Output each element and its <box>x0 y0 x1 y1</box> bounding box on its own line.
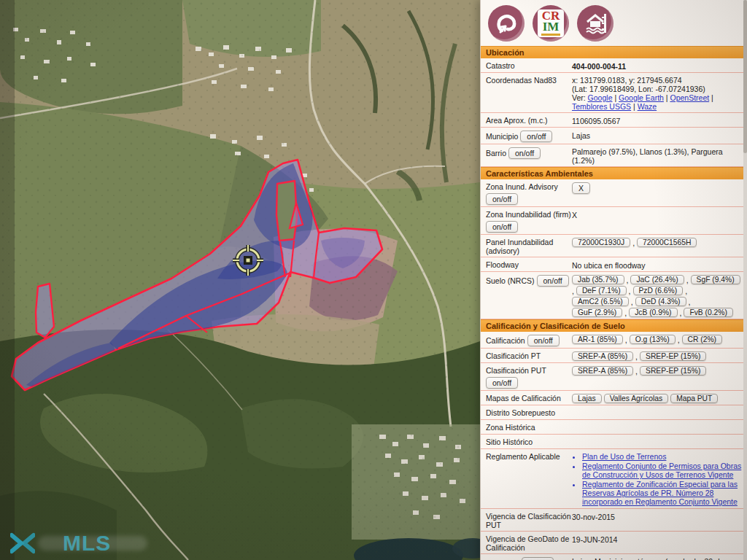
suelo-label: Suelo (NRCS) <box>486 276 535 285</box>
zona-firm-toggle-button[interactable]: on/off <box>486 221 518 233</box>
flood-zone-logo-icon[interactable] <box>577 5 614 42</box>
flood-panel-button[interactable]: 72000C1930J <box>572 238 630 247</box>
zona-advisory-label: Zona Inund. Advisory <box>486 182 558 191</box>
clasificacion-put-button[interactable]: SREP-EP (15%) <box>640 366 706 376</box>
row-barrio: Barrio on/off Palmarejo (97.5%), Llanos … <box>481 144 747 167</box>
zona-firm-label: Zona Inundabilidad (firm) <box>486 210 571 219</box>
calificacion-label: Calificación <box>486 336 525 345</box>
zona-advisory-x-button[interactable]: X <box>572 182 590 194</box>
soil-code-button[interactable]: AmC2 (6.5%) <box>572 297 629 306</box>
status-pt-toggle-button[interactable]: on/off <box>522 557 554 560</box>
area-label: Area Aprox. (m.c.) <box>486 114 572 125</box>
floodway-label: Floodway <box>486 259 572 269</box>
soil-code-button[interactable]: FvB (0.2%) <box>684 308 733 317</box>
mls-logo-icon <box>10 532 35 554</box>
info-panel: CR IM Ubicación Catastro 404-000 <box>480 0 747 560</box>
flood-panel-button[interactable]: 72000C1565H <box>637 238 697 247</box>
crim-logo-icon[interactable]: CR IM <box>533 5 569 42</box>
map-canvas[interactable]: MLS <box>0 0 480 560</box>
watermark-blur-text <box>38 536 147 551</box>
municipio-value: Lajas <box>572 129 743 140</box>
clasificacion-pt-label: Clasificación PT <box>486 350 572 360</box>
calificacion-code-button[interactable]: CR (2%) <box>682 335 722 344</box>
panel-inundabilidad-values: 72000C1930J , 72000C1565H <box>572 236 743 247</box>
row-mapas: Mapas de Calificación Lajas Valles Agríc… <box>481 391 747 405</box>
calificacion-code-button[interactable]: O.g (13%) <box>630 335 676 344</box>
clasificacion-put-toggle-button[interactable]: on/off <box>486 377 518 389</box>
distrito-value <box>572 407 743 418</box>
soil-code-button[interactable]: GuF (2.9%) <box>572 308 622 317</box>
soil-code-button[interactable]: JcB (0.9%) <box>629 308 677 317</box>
vigencia-geodato-value: 19-JUN-2014 <box>572 533 743 544</box>
crim-im-text: IM <box>543 22 560 32</box>
reglamento-link[interactable]: Reglamento Conjunto de Permisos para Obr… <box>582 462 743 479</box>
header-logo-row: CR IM <box>481 0 747 46</box>
reglamento-link[interactable]: Reglamento de Zonificación Especial para… <box>582 480 743 506</box>
row-vigencia-geodato: Vigencia de GeoDato de Calificación 19-J… <box>481 532 747 554</box>
external-map-link[interactable]: Google Earth <box>619 93 664 102</box>
section-header-ubicacion: Ubicación <box>481 46 747 58</box>
section-header-calificacion: Calificación y Clasificación de Suelo <box>481 319 747 332</box>
row-sitio-historico: Sitio Histórico <box>481 435 747 449</box>
status-pt-value: Lajas: Municipio autónomo (aprobado: 30-… <box>572 556 743 560</box>
clasificacion-pt-button[interactable]: SREP-A (85%) <box>572 351 633 361</box>
vigencia-geodato-label: Vigencia de GeoDato de Calificación <box>486 533 572 552</box>
row-vigencia-put: Vigencia de Clasificación PUT 30-nov-201… <box>481 509 747 532</box>
ver-prefix: Ver: <box>572 93 586 102</box>
satellite-map <box>0 0 480 560</box>
external-map-link[interactable]: Google <box>588 93 613 102</box>
clasificacion-put-label: Clasificación PUT <box>486 366 546 375</box>
permits-logo-icon[interactable] <box>488 5 525 42</box>
calificacion-code-button[interactable]: AR-1 (85%) <box>572 335 623 344</box>
suelo-values: Jab (35.7%) , JaC (26.4%) , SgF (9.4%) ,… <box>572 273 743 317</box>
coords-latlon: (Lat: 17.99618499, Lon: -67.07241936) <box>572 85 743 93</box>
distrito-label: Distrito Sobrepuesto <box>486 407 572 417</box>
row-zona-advisory: Zona Inund. Advisory on/off X <box>481 179 747 207</box>
clasificacion-pt-button[interactable]: SREP-EP (15%) <box>640 351 706 361</box>
reglamento-links: Plan de Uso de TerrenosReglamento Conjun… <box>572 452 743 506</box>
row-zona-firm: Zona Inundabilidad (firm) on/off X <box>481 207 747 235</box>
floodway-value: No ubica en floodway <box>572 259 743 270</box>
soil-code-button[interactable]: SgF (9.4%) <box>691 275 740 284</box>
row-coordenadas: Coordenadas Nad83 x: 131799.0183, y: 217… <box>481 73 747 113</box>
reglamento-link[interactable]: Plan de Uso de Terrenos <box>582 452 743 461</box>
soil-code-button[interactable]: DeF (7.1%) <box>576 286 627 295</box>
clasificacion-put-button[interactable]: SREP-A (85%) <box>572 366 633 376</box>
vigencia-put-value: 30-nov-2015 <box>572 510 743 521</box>
coords-xy: x: 131799.0183, y: 217945.6674 <box>572 76 743 85</box>
row-status-pt: Status PT on/off Lajas: Municipio autóno… <box>481 554 747 560</box>
mapas-label: Mapas de Calificación <box>486 392 572 402</box>
catastro-label: Catastro <box>486 60 572 70</box>
municipio-toggle-button[interactable]: on/off <box>520 131 552 142</box>
soil-code-button[interactable]: DeD (4.3%) <box>635 297 686 306</box>
external-map-link[interactable]: Waze <box>638 102 657 111</box>
zona-historica-label: Zona Histórica <box>486 421 572 432</box>
mapas-values: Lajas Valles Agrícolas Mapa PUT <box>572 392 743 403</box>
panel-inundabilidad-label: Panel Inundabilidad (advisory) <box>486 236 572 255</box>
barrio-value: Palmarejo (97.5%), Llanos (1.3%), Pargue… <box>572 146 743 165</box>
clasificacion-put-values: SREP-A (85%) , SREP-EP (15%) <box>572 365 743 376</box>
panel-scrollbar[interactable] <box>743 0 747 560</box>
barrio-toggle-button[interactable]: on/off <box>508 147 541 159</box>
zona-advisory-toggle-button[interactable]: on/off <box>486 193 518 205</box>
external-map-link[interactable]: OpenStreet <box>670 93 709 102</box>
municipio-label: Municipio <box>486 132 518 141</box>
map-document-button[interactable]: Mapa PUT <box>670 394 718 403</box>
soil-code-button[interactable]: Jab (35.7%) <box>572 275 624 284</box>
external-map-link[interactable]: Temblores USGS <box>572 102 631 111</box>
soil-code-button[interactable]: PzD (6.6%) <box>633 286 684 295</box>
calificacion-toggle-button[interactable]: on/off <box>527 335 560 346</box>
section-header-ambientales: Características Ambientales <box>481 167 747 179</box>
sitio-historico-value <box>572 436 743 447</box>
suelo-toggle-button[interactable]: on/off <box>537 275 569 287</box>
clasificacion-pt-values: SREP-A (85%) , SREP-EP (15%) <box>572 350 743 361</box>
scrollbar-thumb[interactable] <box>743 0 747 153</box>
calificacion-values: AR-1 (85%) , O.g (13%) , CR (2%) <box>572 333 743 344</box>
map-document-button[interactable]: Valles Agrícolas <box>604 394 669 403</box>
soil-code-button[interactable]: JaC (26.4%) <box>630 275 684 284</box>
row-zona-historica: Zona Histórica <box>481 420 747 435</box>
map-document-button[interactable]: Lajas <box>572 394 602 403</box>
reglamento-label: Reglamento Aplicable <box>486 451 572 461</box>
catastro-value: 404-000-004-11 <box>572 60 743 71</box>
row-reglamento: Reglamento Aplicable Plan de Uso de Terr… <box>481 449 747 509</box>
